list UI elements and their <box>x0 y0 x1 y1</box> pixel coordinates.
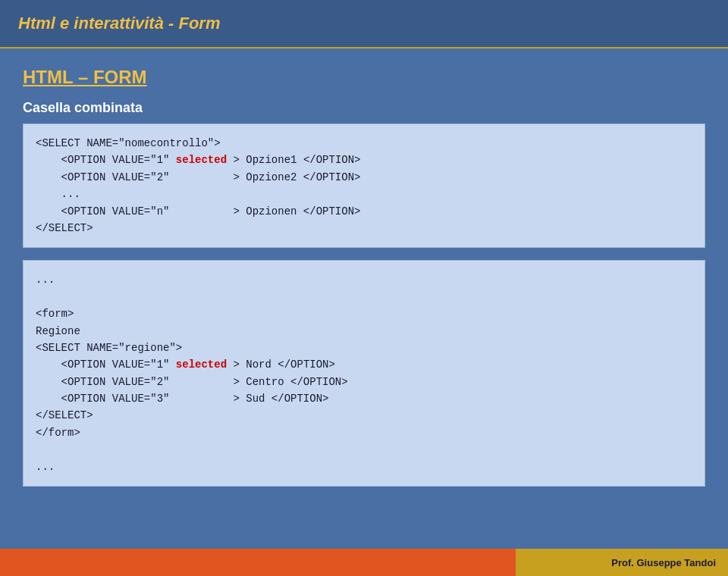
footer-right-bar: Prof. Giuseppe Tandoi <box>516 549 728 576</box>
code-box-1: <SELECT NAME="nomecontrollo"> <OPTION VA… <box>23 124 705 248</box>
code2-line-4: Regione <box>36 325 80 337</box>
header-bar: Html e interattività - Form <box>0 0 728 49</box>
code-line-5: <OPTION VALUE="n" > Opzionen </OPTION> <box>36 205 360 218</box>
code-line-2: <OPTION VALUE="1" selected > Opzione1 </… <box>36 154 361 166</box>
section-title: HTML – FORM <box>23 67 705 88</box>
code-line-4: ... <box>36 188 80 200</box>
code-box-2: ... <form> Regione <SELECT NAME="regione… <box>23 260 705 487</box>
code-line-6: </SELECT> <box>36 222 93 234</box>
code2-line-6: <OPTION VALUE="1" selected > Nord </OPTI… <box>36 358 335 371</box>
code-line-3: <OPTION VALUE="2" > Opzione2 </OPTION> <box>36 171 360 183</box>
code2-line-10: </form> <box>36 427 80 439</box>
code2-line-7: <OPTION VALUE="2" > Centro </OPTION> <box>36 376 348 388</box>
code2-line-8: <OPTION VALUE="3" > Sud </OPTION> <box>36 393 328 405</box>
code2-line-12: ... <box>36 461 55 473</box>
code2-line-3: <form> <box>36 308 74 320</box>
code2-line-5: <SELECT NAME="regione"> <box>36 342 182 354</box>
code2-line-1: ... <box>36 274 55 286</box>
code-line-1: <SELECT NAME="nomecontrollo"> <box>36 137 221 149</box>
footer-author: Prof. Giuseppe Tandoi <box>611 557 716 568</box>
header-title: Html e interattività - Form <box>18 14 220 33</box>
subtitle: Casella combinata <box>23 100 705 116</box>
footer-left-bar <box>0 549 516 576</box>
main-content: HTML – FORM Casella combinata <SELECT NA… <box>0 49 728 517</box>
code2-line-9: </SELECT> <box>36 409 93 421</box>
footer: Prof. Giuseppe Tandoi <box>0 549 728 576</box>
